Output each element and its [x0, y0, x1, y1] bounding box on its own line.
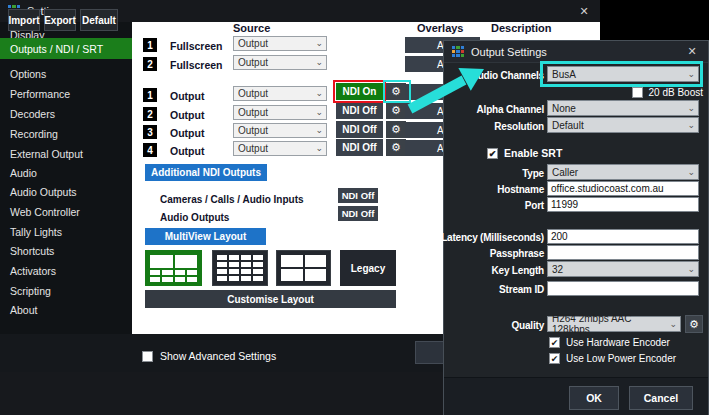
sidebar-item-audio-outputs[interactable]: Audio Outputs: [0, 182, 132, 202]
sidebar-item-scripting[interactable]: Scripting: [0, 281, 132, 301]
sidebar-item-activators[interactable]: Activators: [0, 261, 132, 281]
import-button[interactable]: Import: [8, 9, 40, 31]
passphrase-input[interactable]: [547, 245, 699, 260]
key-length-label: Key Length: [444, 263, 544, 277]
sidebar-item-performance[interactable]: Performance: [0, 84, 132, 104]
stream-id-input[interactable]: [547, 281, 699, 296]
boost-checkbox[interactable]: [632, 87, 643, 98]
enable-srt-row: ✔ Enable SRT: [487, 147, 562, 159]
overlays-column-header: Overlays: [417, 22, 463, 34]
resolution-dropdown[interactable]: Default⌄: [547, 117, 699, 133]
layout-preview-3: [281, 255, 326, 281]
chevron-down-icon: ⌄: [687, 103, 695, 113]
hardware-encoder-row: ✔ Use Hardware Encoder: [549, 337, 670, 348]
alpha-channel-dropdown[interactable]: None⌄: [547, 100, 699, 116]
hardware-encoder-label: Use Hardware Encoder: [566, 337, 670, 348]
srt-type-dropdown[interactable]: Caller⌄: [547, 164, 699, 180]
sidebar-item-options[interactable]: Options: [0, 64, 132, 84]
quality-dropdown[interactable]: H264 2mbps AAC 128kbps⌄: [547, 316, 681, 332]
output-2-ndi-toggle[interactable]: NDI Off: [336, 102, 383, 119]
output-4-settings-gear-icon[interactable]: ⚙: [386, 139, 406, 156]
audio-outputs-label: Audio Outputs: [160, 212, 229, 223]
latency-label: Latency (Milliseconds): [444, 230, 544, 244]
fullscreen-1-source-dropdown[interactable]: Output⌄: [233, 36, 327, 51]
customise-layout-button[interactable]: Customise Layout: [145, 290, 396, 308]
output-1-settings-gear-icon[interactable]: ⚙: [386, 83, 406, 100]
enable-srt-checkbox[interactable]: ✔: [487, 148, 498, 159]
sidebar-item-shortcuts[interactable]: Shortcuts: [0, 241, 132, 261]
latency-input[interactable]: [547, 229, 699, 244]
chevron-down-icon: ⌄: [315, 38, 323, 48]
multiview-layout-button[interactable]: MultiView Layout: [145, 228, 266, 245]
cancel-button[interactable]: Cancel: [629, 386, 693, 410]
sidebar-item-about[interactable]: About: [0, 300, 132, 320]
output-3-number: 3: [143, 125, 157, 139]
settings-close-icon[interactable]: ✕: [576, 5, 592, 18]
boost-label: 20 dB Boost: [649, 87, 703, 98]
enable-srt-label: Enable SRT: [504, 147, 562, 159]
quality-settings-gear-icon[interactable]: ⚙: [685, 315, 703, 333]
port-input[interactable]: [547, 197, 699, 212]
settings-sidebar: Display Outputs / NDI / SRT Options Perf…: [0, 22, 132, 334]
multiview-layout-option-2[interactable]: [212, 250, 268, 286]
sidebar-item-tally-lights[interactable]: Tally Lights: [0, 222, 132, 242]
output-4-source-dropdown[interactable]: Output⌄: [233, 141, 327, 156]
stream-id-label: Stream ID: [444, 282, 544, 296]
resolution-label: Resolution: [444, 119, 544, 133]
output-3-source-dropdown[interactable]: Output⌄: [233, 123, 327, 138]
output-4-ndi-toggle[interactable]: NDI Off: [336, 139, 383, 156]
additional-ndi-outputs-button[interactable]: Additional NDI Outputs: [145, 164, 267, 181]
output-1-ndi-toggle[interactable]: NDI On: [336, 83, 383, 100]
chevron-down-icon: ⌄: [687, 69, 695, 79]
default-button[interactable]: Default: [80, 9, 118, 31]
dialog-close-icon[interactable]: ✕: [684, 45, 700, 58]
output-3-label: Output: [170, 127, 204, 139]
export-button[interactable]: Export: [44, 9, 76, 31]
legacy-layout-button[interactable]: Legacy: [340, 250, 396, 286]
output-2-settings-gear-icon[interactable]: ⚙: [386, 102, 406, 119]
chevron-down-icon: ⌄: [315, 125, 323, 135]
layout-preview-1: [150, 255, 197, 281]
fullscreen-2-source-dropdown[interactable]: Output⌄: [233, 55, 327, 70]
sidebar-item-decoders[interactable]: Decoders: [0, 104, 132, 124]
screen: Settings ✕ Display Outputs / NDI / SRT O…: [0, 0, 709, 415]
show-advanced-settings-row: Show Advanced Settings: [142, 350, 276, 362]
hostname-input[interactable]: [547, 181, 699, 196]
sidebar-item-web-controller[interactable]: Web Controller: [0, 202, 132, 222]
sidebar-item-audio[interactable]: Audio: [0, 163, 132, 183]
audio-channels-dropdown[interactable]: BusA⌄: [547, 66, 699, 82]
audio-outputs-ndi-toggle[interactable]: NDI Off: [338, 206, 378, 221]
hardware-encoder-checkbox[interactable]: ✔: [549, 337, 560, 348]
output-settings-dialog: Output Settings ✕ Audio Channels BusA⌄ 2…: [443, 40, 709, 415]
sidebar-item-recording[interactable]: Recording: [0, 124, 132, 144]
layout-preview-2: [217, 255, 263, 281]
cameras-calls-audio-inputs-label: Cameras / Calls / Audio Inputs: [160, 194, 304, 205]
output-2-number: 2: [143, 107, 157, 121]
vmix-logo-icon: [452, 46, 464, 58]
multiview-layout-option-3[interactable]: [276, 250, 331, 286]
ok-button[interactable]: OK: [569, 386, 619, 410]
output-1-number: 1: [143, 88, 157, 102]
show-advanced-settings-checkbox[interactable]: [142, 351, 153, 362]
audio-channels-label: Audio Channels: [444, 68, 544, 82]
output-3-ndi-toggle[interactable]: NDI Off: [336, 121, 383, 138]
output-4-label: Output: [170, 145, 204, 157]
cameras-ndi-toggle[interactable]: NDI Off: [338, 188, 378, 203]
low-power-encoder-checkbox[interactable]: ✔: [549, 353, 560, 364]
chevron-down-icon: ⌄: [687, 264, 695, 274]
output-3-settings-gear-icon[interactable]: ⚙: [386, 121, 406, 138]
output-1-source-dropdown[interactable]: Output⌄: [233, 86, 327, 101]
sidebar-item-outputs-ndi-srt[interactable]: Outputs / NDI / SRT: [0, 38, 132, 59]
dialog-title: Output Settings: [471, 46, 684, 58]
low-power-encoder-row: ✔ Use Low Power Encoder: [549, 353, 676, 364]
fullscreen-1-number: 1: [143, 38, 157, 52]
sidebar-item-external-output[interactable]: External Output: [0, 144, 132, 164]
srt-type-label: Type: [444, 166, 544, 180]
output-2-source-dropdown[interactable]: Output⌄: [233, 105, 327, 120]
chevron-down-icon: ⌄: [315, 88, 323, 98]
key-length-dropdown[interactable]: 32⌄: [547, 261, 699, 277]
chevron-down-icon: ⌄: [315, 143, 323, 153]
description-column-header: Description: [491, 22, 552, 34]
source-column-header: Source: [233, 22, 270, 34]
multiview-layout-option-1[interactable]: [145, 250, 202, 286]
